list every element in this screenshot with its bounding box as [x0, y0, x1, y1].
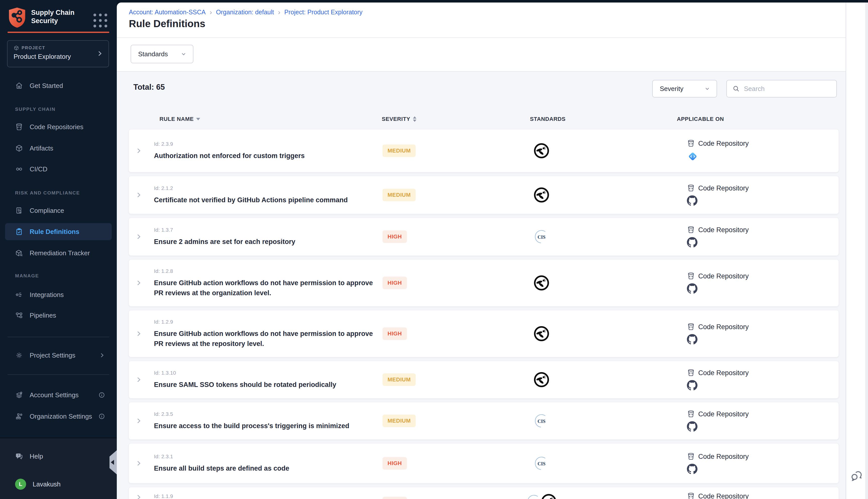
table-row[interactable]: Id: 1.2.8 Ensure GitHub action workflows… — [128, 259, 839, 306]
infinity-icon — [15, 165, 23, 173]
table-row[interactable]: Id: 1.2.9 Ensure GitHub action workflows… — [128, 310, 839, 357]
package-wrench-icon — [15, 249, 23, 257]
code-repository-bucket-icon — [15, 123, 23, 131]
standards-cell — [533, 325, 550, 342]
info-icon[interactable] — [98, 391, 105, 399]
expand-row-chevron-icon[interactable] — [135, 191, 142, 199]
standards-cell — [533, 372, 550, 388]
applicable-on-cell: Code Repository — [687, 410, 749, 432]
severity-badge: HIGH — [383, 327, 407, 340]
column-header-applicable-on: APPLICABLE ON — [677, 116, 724, 122]
severity-badge: HIGH — [383, 457, 407, 470]
owasp-logo-icon — [533, 372, 550, 388]
sidebar-item-cicd[interactable]: CI/CD — [0, 161, 117, 177]
breadcrumb-project-link[interactable]: Project: Product Exploratory — [284, 9, 362, 16]
table-row[interactable]: Id: 1.3.10 Ensure SAML SSO tokens should… — [128, 361, 839, 399]
module-switcher-grid-icon[interactable] — [94, 14, 107, 27]
search-input[interactable] — [743, 85, 831, 93]
info-icon[interactable] — [98, 413, 105, 420]
feedback-chat-bubbles-icon[interactable] — [850, 469, 864, 483]
project-name: Product Exploratory — [14, 53, 109, 61]
sidebar-item-remediation-tracker[interactable]: Remediation Tracker — [0, 245, 117, 261]
svg-text:?: ? — [18, 454, 19, 457]
severity-badge: HIGH — [383, 277, 407, 289]
sidebar-item-help[interactable]: ? Help — [0, 449, 117, 464]
owasp-logo-icon — [533, 143, 550, 159]
applicable-on-cell: Code Repository — [687, 323, 749, 345]
severity-filter-dropdown[interactable]: Severity — [652, 80, 717, 97]
expand-row-chevron-icon[interactable] — [135, 279, 142, 287]
column-header-standards: STANDARDS — [530, 116, 566, 122]
document-search-icon — [15, 207, 23, 215]
sidebar-item-rule-definitions[interactable]: Rule Definitions — [5, 223, 112, 240]
sidebar-item-get-started[interactable]: Get Started — [0, 78, 117, 94]
page-scrollbar-track[interactable] — [865, 2, 868, 499]
expand-row-chevron-icon[interactable] — [135, 494, 142, 499]
breadcrumb-organization-link[interactable]: Organization: default — [216, 9, 274, 16]
table-row[interactable]: Id: 2.3.9 Authorization not enforced for… — [128, 129, 839, 172]
expand-row-chevron-icon[interactable] — [135, 233, 142, 241]
table-row[interactable]: Id: 2.3.1 Ensure all build steps are def… — [128, 443, 839, 484]
code-repository-bucket-icon — [687, 272, 695, 280]
sidebar-item-artifacts[interactable]: Artifacts — [0, 141, 117, 156]
project-label: PROJECT — [22, 46, 45, 50]
severity-badge: MEDIUM — [383, 415, 416, 427]
rule-id: Id: 1.3.7 — [154, 227, 375, 233]
right-utility-rail — [846, 2, 865, 499]
sidebar-item-organization-settings[interactable]: Organization Settings — [0, 409, 117, 424]
rule-id: Id: 1.2.8 — [154, 268, 375, 274]
expand-row-chevron-icon[interactable] — [135, 147, 142, 155]
sidebar: Supply Chain Security PROJECT Product Ex… — [0, 0, 117, 499]
rules-list-area: Total: 65 Severity RULE NAME SEVERITY — [117, 72, 846, 499]
expand-row-chevron-icon[interactable] — [135, 330, 142, 338]
severity-badge: MEDIUM — [383, 189, 416, 201]
applicable-on-cell: Code Repository — [687, 184, 749, 206]
user-avatar: L — [15, 479, 26, 490]
code-repository-bucket-icon — [687, 139, 695, 147]
chevron-right-icon — [96, 50, 103, 57]
expand-row-chevron-icon[interactable] — [135, 460, 142, 467]
code-repository-bucket-icon — [687, 226, 695, 234]
total-count: Total: 65 — [133, 83, 165, 92]
owasp-logo-icon — [533, 187, 550, 203]
code-repository-bucket-icon — [687, 492, 695, 499]
chevron-left-icon — [111, 460, 114, 465]
table-row[interactable]: Id: 1.3.7 Ensure 2 admins are set for ea… — [128, 218, 839, 256]
sidebar-item-project-settings[interactable]: Project Settings — [0, 348, 117, 363]
standards-filter-dropdown[interactable]: Standards — [131, 45, 194, 63]
table-row[interactable]: Id: 2.3.5 Ensure access to the build pro… — [128, 402, 839, 440]
rule-id: Id: 2.3.5 — [154, 411, 375, 417]
search-box[interactable] — [726, 80, 837, 97]
applicable-on-cell: Code Repository — [687, 452, 749, 474]
applicable-on-label: Code Repository — [698, 452, 749, 460]
applicable-on-label: Code Repository — [698, 272, 749, 280]
standards-cell: CIS — [533, 229, 549, 245]
user-name: Lavakush — [33, 480, 61, 488]
applicable-on-label: Code Repository — [698, 410, 749, 418]
app-brand: Supply Chain Security — [8, 7, 75, 28]
layers-gear-icon — [15, 391, 23, 399]
table-row[interactable]: Id: 1.1.9 HIGH CIS Code Repository — [128, 487, 839, 499]
chevron-down-icon — [704, 85, 710, 92]
sidebar-section-risk-and-compliance: RISK AND COMPLIANCE — [15, 190, 80, 196]
sidebar-item-compliance[interactable]: Compliance — [0, 203, 117, 218]
user-menu[interactable]: L Lavakush — [0, 476, 117, 492]
code-repository-bucket-icon — [687, 369, 695, 377]
sidebar-item-integrations[interactable]: Integrations — [0, 287, 117, 303]
project-selector[interactable]: PROJECT Product Exploratory — [7, 40, 109, 67]
sidebar-item-pipelines[interactable]: Pipelines — [0, 307, 117, 323]
sidebar-item-account-settings[interactable]: Account Settings — [0, 387, 117, 403]
standards-cell: CIS — [533, 455, 549, 471]
severity-badge: HIGH — [383, 230, 407, 243]
main-content: Account: Automation-SSCA › Organization:… — [117, 2, 846, 499]
sidebar-item-code-repositories[interactable]: Code Repositories — [0, 119, 117, 135]
breadcrumb-account-link[interactable]: Account: Automation-SSCA — [129, 9, 206, 16]
expand-row-chevron-icon[interactable] — [135, 417, 142, 425]
supply-chain-security-shield-logo-icon — [8, 7, 27, 28]
table-row[interactable]: Id: 2.1.2 Certificate not verified by Gi… — [128, 176, 839, 214]
severity-badge: HIGH — [383, 497, 407, 499]
expand-row-chevron-icon[interactable] — [135, 376, 142, 384]
rule-cell: Id: 2.1.2 Certificate not verified by Gi… — [154, 185, 375, 205]
column-header-severity[interactable]: SEVERITY — [382, 116, 417, 122]
column-header-rule-name[interactable]: RULE NAME — [160, 116, 200, 122]
